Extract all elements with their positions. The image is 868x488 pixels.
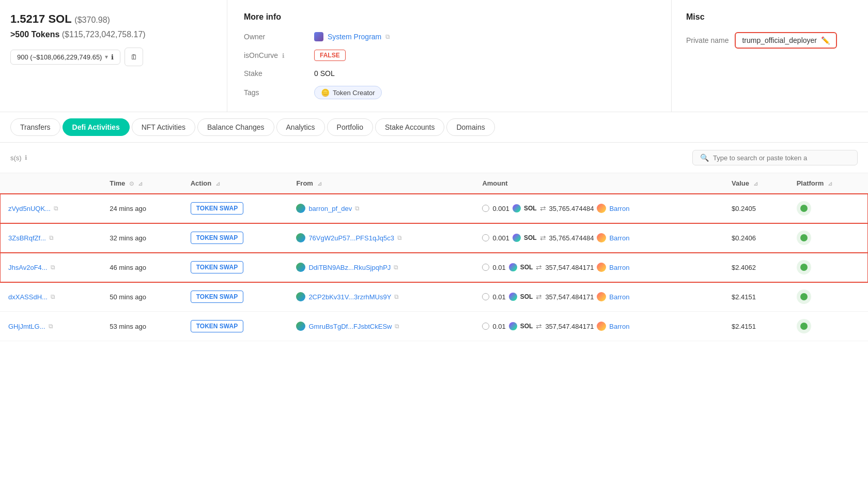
tab-defi-activities[interactable]: Defi Activities — [63, 118, 130, 136]
platform-filter-icon[interactable]: ⊿ — [828, 180, 832, 187]
is-on-curve-info-icon[interactable]: ℹ — [282, 52, 285, 59]
table-row: dxXASSdH... ⧉ 50 mins ago TOKEN SWAP 2CP… — [0, 282, 868, 312]
copy-hash-button[interactable]: ⧉ — [51, 264, 55, 271]
from-cell: barron_pf_dev ⧉ — [296, 204, 466, 213]
td-time: 32 mins ago — [101, 223, 182, 253]
owner-label: Owner — [244, 33, 306, 41]
tab-transfers[interactable]: Transfers — [10, 118, 60, 136]
copy-hash-button[interactable]: ⧉ — [51, 293, 55, 300]
token-balance-usd: ($115,723,042,758.17) — [62, 30, 146, 39]
from-link[interactable]: 2CP2bKv31V...3rzrhMUs9Y — [308, 293, 391, 301]
platform-icon[interactable] — [797, 319, 811, 333]
copy-from-button[interactable]: ⧉ — [394, 264, 398, 271]
from-cell: GmruBsTgDf...FJsbtCkESw ⧉ — [296, 322, 466, 331]
table-header-row: Time ⊙ ⊿ Action ⊿ From ⊿ Amount — [0, 173, 868, 194]
nft-value-text: 900 (~$108,066,229,749.65) — [17, 53, 102, 61]
tx-hash: zVyd5nUQK... ⧉ — [8, 205, 81, 212]
time-sort-icon[interactable]: ⊙ — [129, 180, 134, 187]
platform-icon[interactable] — [797, 289, 811, 304]
amount-sol-value: 0.001 — [492, 205, 509, 212]
td-hash: zVyd5nUQK... ⧉ — [0, 194, 101, 223]
time-filter-icon[interactable]: ⊿ — [138, 180, 143, 187]
search-input[interactable] — [713, 154, 850, 162]
from-link[interactable]: DdiTBN9ABz...RkuSjpqhPJ — [308, 264, 391, 271]
sol-icon — [509, 322, 517, 330]
td-amount: 0.01 SOL ⇄ 357,547.484171 Barron — [474, 282, 723, 312]
action-filter-icon[interactable]: ⊿ — [215, 180, 220, 187]
platform-icon[interactable] — [797, 201, 811, 216]
copy-from-button[interactable]: ⧉ — [397, 234, 402, 241]
is-on-curve-row: isOnCurve ℹ FALSE — [244, 50, 655, 61]
from-link[interactable]: GmruBsTgDf...FJsbtCkESw — [308, 323, 392, 330]
search-box[interactable]: 🔍 — [692, 150, 858, 165]
barron-token-link[interactable]: Barron — [609, 264, 629, 271]
owner-value: System Program ⧉ — [314, 32, 390, 41]
sol-label: SOL — [520, 264, 533, 271]
sol-icon — [513, 234, 521, 242]
barron-token-link[interactable]: Barron — [609, 205, 629, 212]
tx-hash-link[interactable]: zVyd5nUQK... — [8, 205, 51, 212]
edit-icon[interactable]: ✏️ — [821, 36, 830, 44]
copy-hash-button[interactable]: ⧉ — [54, 205, 58, 212]
nft-value-dropdown[interactable]: 900 (~$108,066,229,749.65) ▾ ℹ — [10, 50, 120, 65]
value-filter-icon[interactable]: ⊿ — [753, 180, 758, 187]
tx-hash-link[interactable]: JhsAv2oF4... — [8, 264, 48, 271]
barron-token-link[interactable]: Barron — [609, 323, 629, 330]
tab-analytics[interactable]: Analytics — [276, 118, 325, 136]
more-info-panel: More info Owner System Program ⧉ isOnCur… — [227, 0, 672, 112]
false-badge: FALSE — [314, 50, 346, 61]
td-platform — [788, 282, 868, 312]
tx-hash-link[interactable]: dxXASSdH... — [8, 293, 48, 301]
copy-from-button[interactable]: ⧉ — [355, 205, 360, 212]
td-action: TOKEN SWAP — [182, 194, 288, 223]
tab-domains[interactable]: Domains — [446, 118, 494, 136]
td-value: $0.2405 — [723, 194, 788, 223]
info-grid: Owner System Program ⧉ isOnCurve ℹ FALSE — [244, 32, 655, 99]
copy-hash-button[interactable]: ⧉ — [49, 323, 53, 330]
amount-sol-value: 0.001 — [492, 234, 509, 242]
amount-swap-value: 35,765.474484 — [549, 234, 594, 242]
results-info: s(s) ℹ — [10, 154, 27, 162]
from-filter-icon[interactable]: ⊿ — [317, 180, 322, 187]
barron-token-link[interactable]: Barron — [609, 293, 629, 301]
td-time: 53 mins ago — [101, 312, 182, 341]
misc-title: Misc — [686, 12, 854, 22]
td-value: $2.4062 — [723, 253, 788, 282]
nft-row: 900 (~$108,066,229,749.65) ▾ ℹ 🗓 — [10, 48, 216, 66]
tab-balance-changes[interactable]: Balance Changes — [197, 118, 274, 136]
copy-from-button[interactable]: ⧉ — [395, 323, 399, 330]
from-link[interactable]: barron_pf_dev — [308, 205, 352, 212]
tab-stake-accounts[interactable]: Stake Accounts — [375, 118, 445, 136]
system-program-link[interactable]: System Program — [328, 33, 381, 41]
results-info-icon[interactable]: ℹ — [25, 154, 27, 161]
platform-icon[interactable] — [797, 260, 811, 274]
tab-portfolio[interactable]: Portfolio — [327, 118, 373, 136]
table-row: 3ZsBRqfZf... ⧉ 32 mins ago TOKEN SWAP 76… — [0, 223, 868, 253]
amount-swap-value: 357,547.484171 — [545, 293, 594, 301]
action-badge: TOKEN SWAP — [191, 261, 243, 273]
amount-cell: 0.001 SOL ⇄ 35,765.474484 Barron — [482, 204, 715, 213]
tx-hash-link[interactable]: 3ZsBRqfZf... — [8, 234, 46, 242]
copy-hash-button[interactable]: ⧉ — [49, 234, 54, 241]
td-hash: GHjJmtLG... ⧉ — [0, 312, 101, 341]
circle-icon — [482, 293, 489, 300]
copy-owner-button[interactable]: ⧉ — [385, 33, 390, 40]
copy-from-button[interactable]: ⧉ — [394, 293, 399, 300]
td-amount: 0.001 SOL ⇄ 35,765.474484 Barron — [474, 194, 723, 223]
private-name-value: trump_official_deployer ✏️ — [735, 32, 837, 49]
from-link[interactable]: 76VgW2uP57...PFS1qJq5c3 — [308, 234, 394, 242]
sol-balance-amount: 1.5217 SOL — [10, 12, 71, 25]
td-platform — [788, 194, 868, 223]
more-info-title: More info — [244, 12, 655, 22]
barron-token-link[interactable]: Barron — [609, 234, 629, 242]
td-action: TOKEN SWAP — [182, 253, 288, 282]
tx-hash-link[interactable]: GHjJmtLG... — [8, 323, 45, 330]
sol-label: SOL — [524, 205, 537, 212]
table-toolbar: s(s) ℹ 🔍 — [0, 143, 868, 173]
td-action: TOKEN SWAP — [182, 223, 288, 253]
th-amount: Amount — [474, 173, 723, 194]
calendar-button[interactable]: 🗓 — [125, 48, 143, 66]
token-balance-amount: >500 Tokens — [10, 30, 59, 39]
platform-icon[interactable] — [797, 231, 811, 245]
tab-nft-activities[interactable]: NFT Activities — [132, 118, 195, 136]
